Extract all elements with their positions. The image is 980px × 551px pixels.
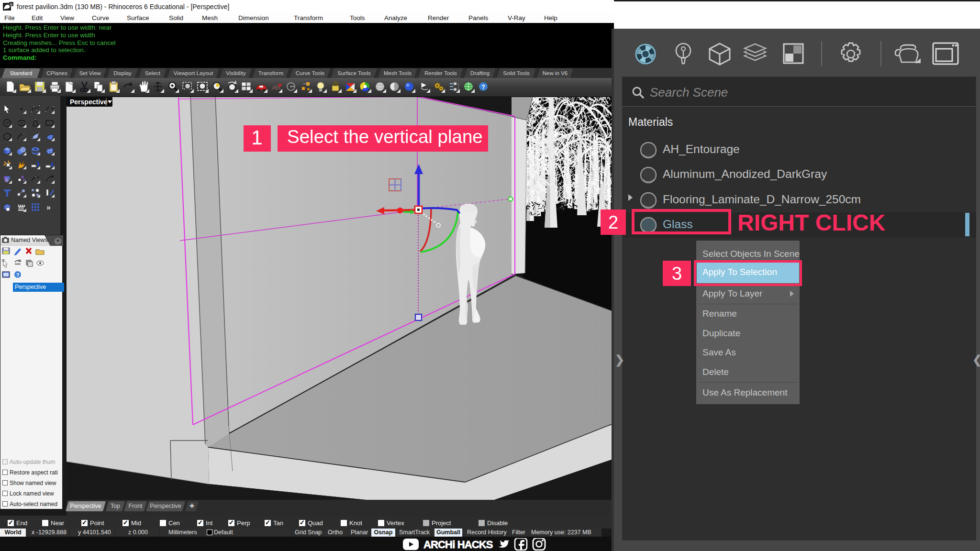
svg-text:Select the vertical plane: Select the vertical plane	[287, 126, 483, 147]
svg-text:Perspective: Perspective	[70, 98, 108, 106]
svg-text:?: ?	[481, 83, 485, 90]
svg-text:6: 6	[10, 2, 12, 7]
svg-text:ARCHi HACKS: ARCHi HACKS	[423, 539, 493, 551]
svg-text:»: »	[46, 203, 51, 211]
svg-text:1: 1	[251, 126, 262, 149]
svg-text:?: ?	[16, 272, 20, 278]
